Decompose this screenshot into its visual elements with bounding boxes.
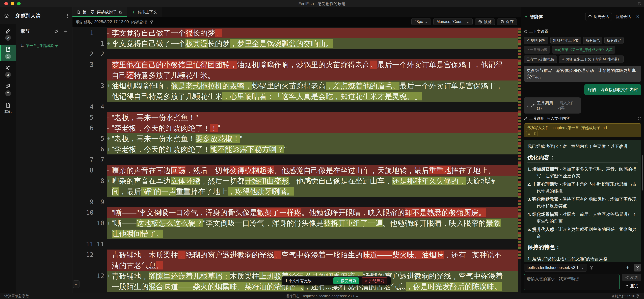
history-toggle-button[interactable] xyxy=(634,264,641,272)
retry-button[interactable]: 重试 xyxy=(625,284,638,289)
tool-call-count: 工具调用 (1) xyxy=(537,100,555,110)
rail-item-settings-blocks[interactable]: 2 xyxy=(0,82,16,98)
context-chip-plot-summary[interactable]: 已有章节剧情概要 xyxy=(524,56,557,63)
diff-overview-ruler[interactable] xyxy=(518,28,521,260)
status-run-log[interactable]: 运行日志: Request ai feelfish/deepseek-v3.1 … xyxy=(0,294,644,298)
improvement-item: 3. 强化幽默元素 - 保持了原有的幽默风格，增加了更多现代梗和反差笑点 xyxy=(528,196,638,209)
diff-line-text: -"李老板，今天的红烧肉绝了！！" xyxy=(107,123,518,133)
file-icon[interactable] xyxy=(533,131,538,136)
font-size-select[interactable]: 28px⌄ xyxy=(412,18,431,25)
add-attachment-button[interactable]: ＋ xyxy=(624,264,631,271)
context-settings-label: 上下文设置 xyxy=(529,29,548,34)
tab-chapter-file[interactable]: 第一章_穿越成厨子 xyxy=(72,8,127,17)
tool-call-collapsed[interactable]: › 工具调用 (1) - 写入文件内容 xyxy=(524,98,581,114)
font-family-select[interactable]: Monaco, 'Cour...⌄ xyxy=(433,18,472,25)
gear-icon[interactable] xyxy=(638,2,642,6)
copy-icon[interactable] xyxy=(526,131,531,136)
old-line-number xyxy=(72,38,94,49)
close-panel-icon[interactable]: ✕ xyxy=(634,14,641,20)
home-icon[interactable] xyxy=(3,11,12,20)
writing-count-badge: 2 xyxy=(5,35,11,41)
expand-icon[interactable] xyxy=(638,117,641,120)
context-chip-previous-chapter[interactable]: 上一章节内容 xyxy=(524,46,550,54)
save-button[interactable]: 保存 xyxy=(497,18,517,25)
diff-line[interactable]: 10 +"嘶——这地板怎么这么硬？"李文倒吸一口冷气，浑身的骨头像是被拆开重组了… xyxy=(72,218,518,239)
kept-item: 1. 延续了"现代吐槽+古代文雅"的语言风格 xyxy=(528,256,638,262)
blocks-count-badge: 2 xyxy=(5,90,11,96)
diff-line[interactable]: 6 +"李老板，今天的红烧肉绝了！能不能透露下秘方啊？" xyxy=(72,144,518,154)
preview-button[interactable]: 预览 xyxy=(475,18,495,25)
send-button[interactable]: 发送 xyxy=(622,274,641,281)
lightbulb-icon[interactable] xyxy=(150,20,154,24)
diff-line[interactable]: 8 +嘈杂的声音在耳边立体环绕，然后一切都开始扭曲变形。他感觉自己像是在坐过山车… xyxy=(72,176,518,197)
agent-header: 智能体 历史会话 新建会话 ✕ xyxy=(521,8,644,26)
context-chip-smart-context[interactable]: 规则·智能上下文 xyxy=(550,37,581,44)
chat-area[interactable]: 更多细节描写、感官体验和心理活动，让穿越的体验更加真实生动。 好的，请直接修改文… xyxy=(521,66,644,262)
history-sessions-button[interactable]: 历史会话 xyxy=(585,12,612,21)
diff-line[interactable]: 3 -梦里他在自己的小餐馆里忙得团团转，油烟机嗡嗡作响，炒锅里的火苗蹿得老高。最… xyxy=(72,59,518,80)
diff-editor[interactable]: 1 -李文觉得自己做了一个很长的梦。 1 +李文觉得自己做了一个极其漫长的梦，梦… xyxy=(72,27,521,293)
add-more-context-button[interactable]: ＋添加更多上下文（请求 AI 时附带） xyxy=(559,56,624,63)
diff-line[interactable]: 10 -"嘶——"李文倒吸一口冷气，浑身的骨头像是散架了一样疼。他勉强睁开眼睛，… xyxy=(72,207,518,218)
refresh-icon[interactable] xyxy=(54,29,58,34)
diff-line[interactable]: 6 -"李老板，今天的红烧肉绝了！！" xyxy=(72,123,518,133)
diff-line[interactable]: 9 9 xyxy=(72,197,518,207)
rail-item-other[interactable]: 其他 xyxy=(0,100,16,116)
kept-list: 1. 延续了"现代吐槽+古代文雅"的语言风格2. 保持了幽默历史穿越的整体基调3… xyxy=(528,256,638,262)
improvements-heading: 优化内容： xyxy=(528,154,638,161)
diff-line[interactable]: 2 2 xyxy=(72,49,518,59)
improvements-list: 1. 增加感官细节 - 添加了更多关于气味、声音、触感的描写，让穿越体验更真实2… xyxy=(528,166,638,240)
final-intro: 我已经成功优化了这一章的内容！主要做了以下改进： xyxy=(528,143,638,150)
chapter-number: 1. xyxy=(21,43,24,48)
new-session-button[interactable]: 新建会话 xyxy=(614,13,632,21)
sparkle-icon xyxy=(132,10,135,14)
model-name: feelfish:feelfish/deepseek-v3.1 xyxy=(526,266,578,270)
new-line-number: 4 xyxy=(94,102,104,112)
diff-line[interactable]: 3 +油烟机嗡嗡作响，像是老式拖拉机的轰鸣，炒锅里的火苗蹿得老高，差点燎着他的眉… xyxy=(72,80,518,102)
tab-smart-context[interactable]: 智能上下文 xyxy=(127,8,162,17)
preview-icon xyxy=(478,20,482,24)
app-window: FeelFish - 感受创作的乐趣 穿越到大清 2 xyxy=(0,0,644,299)
diff-line[interactable]: 4 4 xyxy=(72,102,518,112)
rail-item-writing[interactable]: 2 xyxy=(0,26,16,42)
context-chip-rules-style[interactable]: ✓规则·风格 xyxy=(524,37,548,44)
improvement-item: 4. 细化场景描写 - 对厨房、前厅、人物互动等场景进行了更生动的刻画 xyxy=(528,211,638,224)
chapter-list-item[interactable]: 1. 第一章_穿越成厨子 xyxy=(21,43,68,48)
add-chapter-icon[interactable] xyxy=(63,29,68,34)
context-chip-current-chapter[interactable]: 当前章节《第一章_穿越成厨子》内容 xyxy=(552,46,615,54)
accept-change-button[interactable]: ✓接受当前 xyxy=(334,277,359,284)
new-line-number: 11 xyxy=(94,239,104,250)
diff-line-text xyxy=(107,154,518,165)
diff-line[interactable]: 11 11 xyxy=(72,239,518,250)
old-line-number xyxy=(72,80,94,102)
diff-line[interactable]: 1 +李文觉得自己做了一个极其漫长的梦，梦里全是锅碗瓢盆的交响曲。 xyxy=(72,38,518,49)
editor-column: 第一章_穿越成厨子 智能上下文 最后修改: 2025/8/22 17:12:09… xyxy=(72,8,521,293)
chat-scrollbar[interactable] xyxy=(642,155,643,190)
diff-line[interactable]: 5 -"老板，再来一份水煮鱼！" xyxy=(72,112,518,123)
diff-line[interactable]: 1 -李文觉得自己做了一个很长的梦。 xyxy=(72,28,518,38)
composer: feelfish:feelfish/deepseek-v3.1 ⌄ ＋ 发送 xyxy=(521,262,644,293)
project-menu-icon[interactable] xyxy=(66,12,69,19)
collapse-sidebar-button[interactable]: « xyxy=(73,280,80,288)
old-line-number xyxy=(72,176,94,197)
diff-line[interactable]: 12 -青砖铺地，木质梁柱，纸糊的窗户透进微弱的光线。空气中弥漫着一股陌生的味道… xyxy=(72,250,518,271)
new-line-number xyxy=(94,123,104,133)
context-chip-all-settings[interactable]: 所有设定 xyxy=(604,37,624,44)
diff-line-text: +"李老板，今天的红烧肉绝了！能不能透露下秘方啊？" xyxy=(107,144,518,154)
rail-item-characters[interactable]: 3 xyxy=(0,63,16,79)
diff-line[interactable]: 7 7 xyxy=(72,154,518,165)
save-file-icon[interactable] xyxy=(119,10,122,14)
model-select[interactable]: feelfish:feelfish/deepseek-v3.1 ⌄ xyxy=(524,264,587,272)
new-line-number: 12 xyxy=(94,271,104,292)
context-chip-all-characters[interactable]: 所有角色 xyxy=(583,37,602,44)
diff-line[interactable]: 5 +"老板，再来一份水煮鱼！要多放花椒！" xyxy=(72,133,518,144)
chat-input[interactable] xyxy=(524,274,620,290)
reject-change-button[interactable]: ✕拒绝当前 xyxy=(362,277,387,284)
agent-title: 智能体 xyxy=(530,14,543,20)
content-summary-link[interactable]: 内容总结 xyxy=(131,19,147,24)
rail-item-chapters[interactable]: 1 xyxy=(0,45,16,61)
tool-call-name: - 写入文件内容 xyxy=(557,100,578,110)
agent-sparkle-icon xyxy=(524,15,528,19)
info-icon[interactable] xyxy=(589,266,594,270)
diff-line[interactable]: 8 -嘈杂的声音在耳边回荡，然后一切都变得模糊起来。他感觉自己像是在坐过山车，天… xyxy=(72,165,518,176)
